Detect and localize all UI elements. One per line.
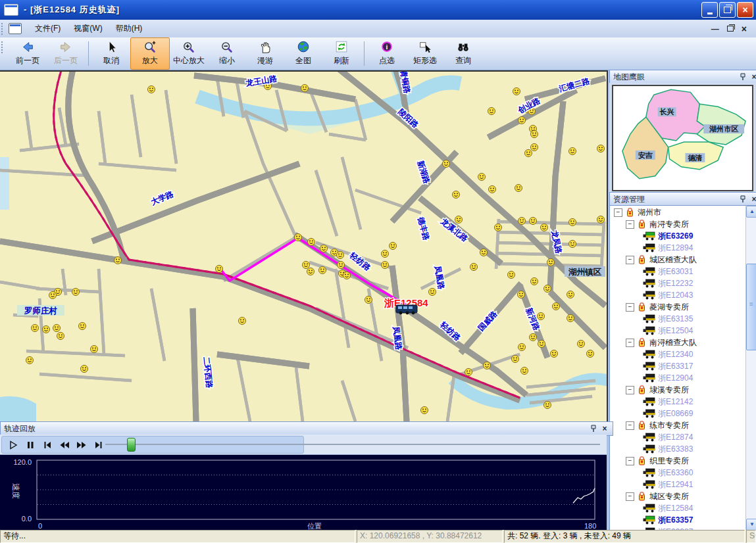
vehicle-marker-icon[interactable] — [544, 285, 551, 293]
close-icon[interactable]: × — [600, 424, 609, 433]
slider-thumb[interactable] — [127, 438, 136, 452]
vehicle-marker-icon[interactable] — [57, 333, 64, 340]
tree-node-vehicle[interactable]: 浙E12504 — [611, 325, 745, 337]
playback-slider[interactable] — [105, 444, 600, 445]
tree-node-vehicle[interactable]: 浙E12340 — [611, 348, 745, 360]
vehicle-marker-icon[interactable] — [512, 356, 519, 363]
rect-select-button[interactable]: 矩形选 — [406, 37, 444, 70]
vehicle-marker-icon[interactable] — [480, 249, 488, 256]
tree-node-vehicle[interactable]: 浙E12894 — [611, 242, 745, 254]
vehicle-marker-icon[interactable] — [547, 259, 555, 266]
vehicle-marker-icon[interactable] — [515, 185, 522, 192]
tree-node-group[interactable]: −城区专卖所 — [611, 490, 745, 502]
tree-node-vehicle[interactable]: 浙E12904 — [611, 372, 745, 384]
next-page-button[interactable]: 后一页 — [47, 37, 85, 70]
scroll-down-icon[interactable]: ▼ — [746, 519, 756, 531]
tree-node-vehicle[interactable]: 浙E63317 — [611, 360, 745, 372]
vehicle-marker-icon[interactable] — [569, 219, 576, 226]
tree-node-vehicle[interactable]: 浙E12232 — [611, 277, 745, 289]
vehicle-marker-icon[interactable] — [553, 303, 560, 310]
tree-expander-icon[interactable]: − — [626, 386, 634, 394]
pin-icon[interactable] — [589, 424, 598, 433]
minimize-button[interactable] — [701, 2, 718, 18]
vehicle-marker-icon[interactable] — [513, 88, 520, 95]
tree-node-vehicle[interactable]: 浙E12874 — [611, 431, 745, 443]
tree-node-vehicle[interactable]: 浙E63357 — [611, 514, 745, 526]
vehicle-marker-icon[interactable] — [382, 262, 389, 269]
refresh-button[interactable]: 刷新 — [322, 37, 361, 70]
rewind-button[interactable] — [57, 438, 72, 452]
vehicle-marker-icon[interactable] — [508, 272, 515, 279]
menu-help[interactable]: 帮助(H) — [109, 21, 149, 36]
vehicle-marker-icon[interactable] — [597, 145, 605, 153]
pause-button[interactable] — [23, 438, 38, 452]
tree-node-vehicle[interactable]: 浙E12584 — [611, 502, 745, 514]
vehicle-marker-icon[interactable] — [569, 241, 576, 248]
vehicle-marker-icon[interactable] — [301, 85, 309, 92]
vehicle-marker-icon[interactable] — [518, 117, 526, 124]
mdi-restore-icon[interactable] — [727, 26, 734, 32]
tree-node-vehicle[interactable]: 浙E12043 — [611, 289, 745, 301]
toolbar-grip[interactable] — [1, 41, 6, 53]
vehicle-marker-icon[interactable] — [597, 216, 605, 224]
fast-forward-button[interactable] — [74, 438, 89, 452]
tree-node-vehicle[interactable]: 浙E12941 — [611, 479, 745, 490]
tree-node-vehicle[interactable]: 浙E63383 — [611, 443, 745, 455]
vehicle-marker-icon[interactable] — [567, 315, 574, 322]
tree-node-group[interactable]: −菱湖专卖所 — [611, 301, 745, 313]
vehicle-marker-icon[interactable] — [443, 160, 450, 168]
vehicle-marker-icon[interactable] — [538, 341, 545, 348]
vehicle-marker-icon[interactable] — [489, 186, 496, 193]
mdi-child-icon[interactable] — [9, 23, 22, 34]
prev-page-button[interactable]: 前一页 — [9, 37, 47, 70]
close-icon[interactable]: × — [749, 195, 756, 204]
tree-node-vehicle[interactable]: 浙E63135 — [611, 313, 745, 325]
play-button[interactable] — [6, 438, 20, 452]
vehicle-marker-icon[interactable] — [72, 289, 80, 296]
zoom-out-tool-button[interactable]: 缩小 — [208, 37, 246, 70]
vehicle-marker-icon[interactable] — [365, 296, 372, 304]
vehicle-marker-icon[interactable] — [453, 191, 460, 199]
tree-node-group[interactable]: −埭溪专卖所 — [611, 384, 745, 396]
vehicle-marker-icon[interactable] — [525, 150, 532, 157]
query-button[interactable]: 查询 — [444, 37, 482, 70]
vehicle-marker-icon[interactable] — [91, 346, 98, 353]
full-extent-button[interactable]: 全图 — [284, 37, 322, 70]
vehicle-marker-icon[interactable] — [531, 144, 538, 151]
vehicle-marker-icon[interactable] — [587, 350, 594, 358]
vehicle-marker-icon[interactable] — [544, 402, 551, 409]
tree-expander-icon[interactable]: − — [626, 339, 634, 347]
vehicle-marker-icon[interactable] — [79, 323, 86, 330]
skip-end-button[interactable] — [91, 438, 106, 452]
vehicle-marker-icon[interactable] — [518, 218, 526, 225]
menu-grip[interactable] — [1, 23, 6, 35]
vehicle-marker-icon[interactable] — [26, 357, 34, 364]
pin-icon[interactable] — [738, 72, 747, 82]
vehicle-marker-icon[interactable] — [551, 350, 558, 358]
vehicle-marker-icon[interactable] — [382, 250, 389, 258]
vehicle-marker-icon[interactable] — [303, 262, 310, 269]
tree-node-vehicle[interactable]: 浙E12142 — [611, 396, 745, 408]
close-icon[interactable]: × — [749, 72, 756, 82]
vehicle-marker-icon[interactable] — [390, 243, 397, 250]
vehicle-marker-icon[interactable] — [308, 239, 315, 246]
vehicle-marker-icon[interactable] — [478, 174, 486, 181]
tree-expander-icon[interactable]: − — [626, 256, 634, 264]
tree-expander-icon[interactable]: − — [614, 208, 622, 217]
tree-node-group[interactable]: −城区稽查大队 — [611, 254, 745, 266]
vehicle-marker-icon[interactable] — [320, 245, 328, 252]
vehicle-marker-icon[interactable] — [43, 326, 50, 333]
menu-window[interactable]: 视窗(W) — [67, 21, 109, 36]
vehicle-marker-icon[interactable] — [521, 367, 528, 375]
vehicle-marker-icon[interactable] — [455, 216, 463, 224]
tree-node-group[interactable]: −织里专卖所 — [611, 455, 745, 467]
pin-icon[interactable] — [738, 195, 747, 204]
vehicle-marker-icon[interactable] — [538, 313, 545, 320]
vehicle-marker-icon[interactable] — [530, 334, 537, 341]
vehicle-marker-icon[interactable] — [239, 318, 246, 325]
vehicle-marker-icon[interactable] — [465, 369, 472, 376]
tree-expander-icon[interactable]: − — [626, 457, 634, 465]
vehicle-marker-icon[interactable] — [495, 224, 502, 231]
vehicle-marker-icon[interactable] — [531, 131, 538, 138]
vehicle-marker-icon[interactable] — [338, 262, 345, 269]
